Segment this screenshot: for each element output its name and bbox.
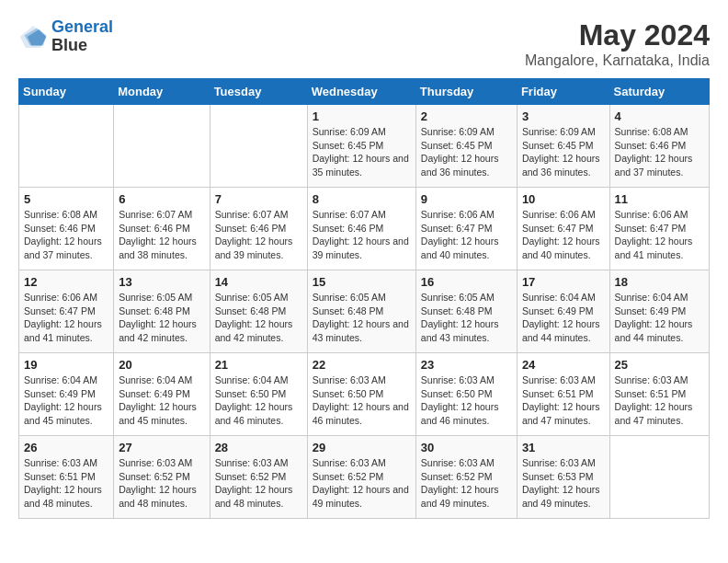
- day-info: Sunrise: 6:05 AMSunset: 6:48 PMDaylight:…: [313, 291, 411, 345]
- main-title: May 2024: [525, 18, 710, 52]
- calendar-cell: 1Sunrise: 6:09 AMSunset: 6:45 PMDaylight…: [307, 105, 415, 188]
- logo-text: General Blue: [51, 18, 113, 55]
- calendar-cell: 15Sunrise: 6:05 AMSunset: 6:48 PMDayligh…: [307, 270, 415, 353]
- day-info: Sunrise: 6:03 AMSunset: 6:51 PMDaylight:…: [615, 373, 704, 428]
- calendar-cell: 27Sunrise: 6:03 AMSunset: 6:52 PMDayligh…: [114, 436, 210, 519]
- day-info: Sunrise: 6:04 AMSunset: 6:49 PMDaylight:…: [119, 373, 204, 428]
- calendar-cell: 22Sunrise: 6:03 AMSunset: 6:50 PMDayligh…: [307, 353, 415, 436]
- calendar-cell: 20Sunrise: 6:04 AMSunset: 6:49 PMDayligh…: [114, 353, 210, 436]
- calendar-cell: 17Sunrise: 6:04 AMSunset: 6:49 PMDayligh…: [517, 270, 609, 353]
- logo-icon: [18, 22, 48, 52]
- calendar-week-2: 5Sunrise: 6:08 AMSunset: 6:46 PMDaylight…: [19, 188, 710, 270]
- day-number: 10: [522, 192, 605, 206]
- day-number: 16: [421, 275, 512, 289]
- col-header-saturday: Saturday: [609, 79, 709, 105]
- calendar-cell: [19, 105, 114, 188]
- day-info: Sunrise: 6:03 AMSunset: 6:51 PMDaylight:…: [24, 456, 108, 511]
- day-number: 1: [313, 109, 411, 123]
- calendar-week-5: 26Sunrise: 6:03 AMSunset: 6:51 PMDayligh…: [19, 436, 710, 519]
- day-number: 30: [421, 441, 512, 454]
- day-number: 11: [615, 192, 704, 206]
- calendar-cell: 5Sunrise: 6:08 AMSunset: 6:46 PMDaylight…: [19, 188, 114, 270]
- calendar-cell: 14Sunrise: 6:05 AMSunset: 6:48 PMDayligh…: [210, 270, 307, 353]
- col-header-friday: Friday: [517, 79, 609, 105]
- day-number: 21: [215, 358, 302, 372]
- day-number: 9: [421, 192, 512, 206]
- day-number: 25: [615, 358, 704, 372]
- logo-line1: General: [51, 17, 113, 36]
- day-info: Sunrise: 6:06 AMSunset: 6:47 PMDaylight:…: [421, 208, 512, 262]
- page-header: General Blue May 2024 Mangalore, Karnata…: [18, 18, 710, 69]
- calendar-cell: [114, 105, 210, 188]
- calendar-cell: 26Sunrise: 6:03 AMSunset: 6:51 PMDayligh…: [19, 436, 114, 519]
- calendar-cell: [210, 105, 307, 188]
- calendar-cell: 12Sunrise: 6:06 AMSunset: 6:47 PMDayligh…: [19, 270, 114, 353]
- day-number: 3: [522, 109, 605, 123]
- day-info: Sunrise: 6:08 AMSunset: 6:46 PMDaylight:…: [24, 208, 108, 262]
- calendar-cell: 11Sunrise: 6:06 AMSunset: 6:47 PMDayligh…: [609, 188, 709, 270]
- day-number: 7: [215, 192, 302, 206]
- day-number: 29: [313, 441, 411, 454]
- day-number: 20: [119, 358, 204, 372]
- day-info: Sunrise: 6:03 AMSunset: 6:53 PMDaylight:…: [522, 456, 605, 511]
- day-info: Sunrise: 6:09 AMSunset: 6:45 PMDaylight:…: [522, 125, 605, 179]
- calendar-cell: 25Sunrise: 6:03 AMSunset: 6:51 PMDayligh…: [609, 353, 709, 436]
- col-header-thursday: Thursday: [415, 79, 517, 105]
- day-info: Sunrise: 6:03 AMSunset: 6:52 PMDaylight:…: [215, 456, 302, 511]
- calendar-cell: 19Sunrise: 6:04 AMSunset: 6:49 PMDayligh…: [19, 353, 114, 436]
- day-info: Sunrise: 6:06 AMSunset: 6:47 PMDaylight:…: [24, 291, 108, 345]
- col-header-wednesday: Wednesday: [307, 79, 415, 105]
- day-info: Sunrise: 6:03 AMSunset: 6:50 PMDaylight:…: [313, 373, 411, 428]
- calendar-table: SundayMondayTuesdayWednesdayThursdayFrid…: [18, 78, 710, 519]
- day-info: Sunrise: 6:05 AMSunset: 6:48 PMDaylight:…: [119, 291, 204, 345]
- day-info: Sunrise: 6:07 AMSunset: 6:46 PMDaylight:…: [313, 208, 411, 262]
- day-number: 26: [24, 441, 108, 454]
- day-info: Sunrise: 6:03 AMSunset: 6:52 PMDaylight:…: [119, 456, 204, 511]
- day-number: 5: [24, 192, 108, 206]
- day-number: 8: [313, 192, 411, 206]
- day-info: Sunrise: 6:04 AMSunset: 6:49 PMDaylight:…: [522, 291, 605, 345]
- calendar-cell: [609, 436, 709, 519]
- calendar-week-4: 19Sunrise: 6:04 AMSunset: 6:49 PMDayligh…: [19, 353, 710, 436]
- day-number: 13: [119, 275, 204, 289]
- day-info: Sunrise: 6:08 AMSunset: 6:46 PMDaylight:…: [615, 125, 704, 179]
- calendar-cell: 24Sunrise: 6:03 AMSunset: 6:51 PMDayligh…: [517, 353, 609, 436]
- day-info: Sunrise: 6:07 AMSunset: 6:46 PMDaylight:…: [215, 208, 302, 262]
- day-number: 15: [313, 275, 411, 289]
- col-header-monday: Monday: [114, 79, 210, 105]
- calendar-cell: 8Sunrise: 6:07 AMSunset: 6:46 PMDaylight…: [307, 188, 415, 270]
- col-header-tuesday: Tuesday: [210, 79, 307, 105]
- day-info: Sunrise: 6:06 AMSunset: 6:47 PMDaylight:…: [615, 208, 704, 262]
- day-info: Sunrise: 6:03 AMSunset: 6:50 PMDaylight:…: [421, 373, 512, 428]
- day-number: 17: [522, 275, 605, 289]
- col-header-sunday: Sunday: [19, 79, 114, 105]
- logo: General Blue: [18, 18, 113, 55]
- day-number: 12: [24, 275, 108, 289]
- calendar-cell: 28Sunrise: 6:03 AMSunset: 6:52 PMDayligh…: [210, 436, 307, 519]
- calendar-cell: 13Sunrise: 6:05 AMSunset: 6:48 PMDayligh…: [114, 270, 210, 353]
- calendar-cell: 30Sunrise: 6:03 AMSunset: 6:52 PMDayligh…: [415, 436, 517, 519]
- calendar-header-row: SundayMondayTuesdayWednesdayThursdayFrid…: [19, 79, 710, 105]
- day-number: 18: [615, 275, 704, 289]
- day-number: 6: [119, 192, 204, 206]
- day-number: 14: [215, 275, 302, 289]
- day-info: Sunrise: 6:05 AMSunset: 6:48 PMDaylight:…: [421, 291, 512, 345]
- calendar-cell: 23Sunrise: 6:03 AMSunset: 6:50 PMDayligh…: [415, 353, 517, 436]
- calendar-cell: 31Sunrise: 6:03 AMSunset: 6:53 PMDayligh…: [517, 436, 609, 519]
- day-info: Sunrise: 6:09 AMSunset: 6:45 PMDaylight:…: [313, 125, 411, 179]
- day-info: Sunrise: 6:05 AMSunset: 6:48 PMDaylight:…: [215, 291, 302, 345]
- day-info: Sunrise: 6:09 AMSunset: 6:45 PMDaylight:…: [421, 125, 512, 179]
- calendar-cell: 6Sunrise: 6:07 AMSunset: 6:46 PMDaylight…: [114, 188, 210, 270]
- calendar-cell: 2Sunrise: 6:09 AMSunset: 6:45 PMDaylight…: [415, 105, 517, 188]
- logo-line2: Blue: [51, 37, 113, 55]
- calendar-cell: 29Sunrise: 6:03 AMSunset: 6:52 PMDayligh…: [307, 436, 415, 519]
- day-info: Sunrise: 6:06 AMSunset: 6:47 PMDaylight:…: [522, 208, 605, 262]
- subtitle: Mangalore, Karnataka, India: [525, 52, 710, 69]
- day-number: 22: [313, 358, 411, 372]
- day-number: 27: [119, 441, 204, 454]
- calendar-cell: 4Sunrise: 6:08 AMSunset: 6:46 PMDaylight…: [609, 105, 709, 188]
- day-info: Sunrise: 6:04 AMSunset: 6:49 PMDaylight:…: [24, 373, 108, 428]
- calendar-week-3: 12Sunrise: 6:06 AMSunset: 6:47 PMDayligh…: [19, 270, 710, 353]
- calendar-cell: 16Sunrise: 6:05 AMSunset: 6:48 PMDayligh…: [415, 270, 517, 353]
- day-number: 23: [421, 358, 512, 372]
